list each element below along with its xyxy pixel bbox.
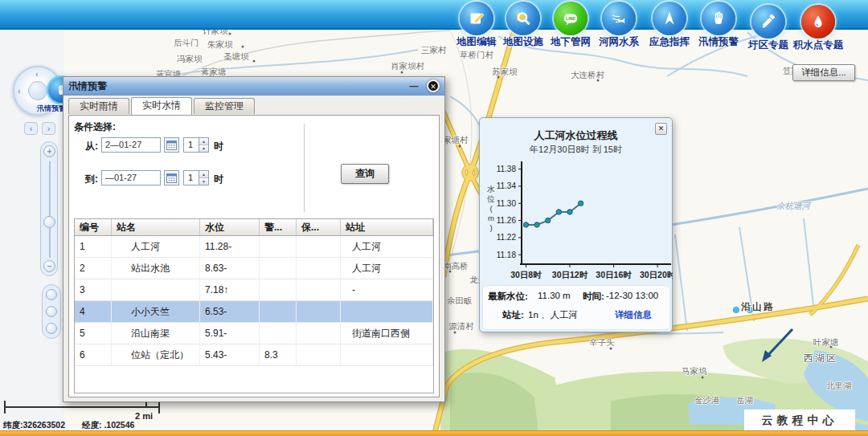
toolbar-item-polder-topic[interactable]: 圩区专题 bbox=[743, 5, 794, 52]
pan-center-knob[interactable] bbox=[28, 81, 47, 100]
svg-text:): ) bbox=[489, 223, 492, 232]
map-label: 马家坞 bbox=[682, 366, 707, 377]
toolbar-item-river-network[interactable]: 河网水系 bbox=[593, 2, 645, 49]
zoom-track[interactable] bbox=[49, 161, 51, 258]
condition-select-label: 条件选择: bbox=[74, 120, 116, 134]
coordinate-statusbar: 纬度:326263502 经度: .102546 bbox=[3, 420, 149, 431]
svg-text:(: ( bbox=[489, 204, 493, 213]
map-label: 肖家坝村 bbox=[391, 61, 424, 72]
dialog-titlebar[interactable]: 汛情预警 — ✕ bbox=[63, 77, 444, 96]
hour-unit-label: 时 bbox=[214, 173, 223, 186]
pencil-icon bbox=[460, 2, 493, 35]
map-label: 朱家坝 bbox=[207, 39, 233, 51]
svg-text:11.22: 11.22 bbox=[497, 233, 517, 242]
svg-text:11.26: 11.26 bbox=[497, 216, 517, 225]
toolbar-item-water-accumulation-topic[interactable]: 积水点专题 bbox=[788, 5, 849, 52]
station-address-label: 站址: bbox=[502, 309, 524, 321]
to-calendar-button[interactable] bbox=[164, 170, 179, 185]
hand-alert-icon bbox=[702, 2, 735, 35]
tool-button-3[interactable] bbox=[46, 323, 57, 334]
stepper-down-icon[interactable]: ▼ bbox=[199, 145, 208, 152]
table-row[interactable]: 1人工河11.28-人工河 bbox=[75, 236, 433, 258]
map-detail-info-button[interactable]: 详细信息... bbox=[792, 64, 855, 81]
query-button[interactable]: 查询 bbox=[341, 164, 389, 184]
table-row[interactable]: 37.18↑- bbox=[75, 279, 433, 301]
svg-text:30日20时: 30日20时 bbox=[640, 270, 673, 279]
tab-realtime-rain[interactable]: 实时雨情 bbox=[68, 98, 129, 114]
close-icon[interactable]: ✕ bbox=[427, 79, 440, 92]
zoom-in-button[interactable]: + bbox=[43, 145, 55, 157]
svg-text:水: 水 bbox=[486, 185, 495, 194]
fish-water-icon bbox=[602, 2, 636, 35]
longitude-readout: 经度: .102546 bbox=[82, 420, 134, 430]
svg-text:位: 位 bbox=[486, 194, 495, 203]
stepper-down-icon[interactable]: ▼ bbox=[199, 177, 208, 185]
popup-close-icon[interactable]: ✕ bbox=[655, 123, 667, 135]
station-table: 编号 站名 水位 警... 保... 站址 1人工河11.28-人工河 2站出水… bbox=[74, 218, 434, 393]
map-label: 后斗门 bbox=[174, 38, 199, 49]
map-label: 北里湖 bbox=[826, 381, 852, 392]
map-label: 源清村 bbox=[448, 321, 474, 332]
svg-text:LINE: LINE bbox=[566, 16, 575, 21]
from-date-input[interactable]: 2—01-27 bbox=[101, 137, 161, 153]
toolbar-item-map-edit[interactable]: 地图编辑 bbox=[451, 2, 502, 49]
map-label: 苏家坝 bbox=[492, 67, 518, 78]
from-calendar-button[interactable] bbox=[164, 137, 179, 153]
water-level-line-chart: 11.1811.2211.2611.3011.3411.3830日8时30日12… bbox=[480, 157, 673, 285]
toolbar-item-emergency-command[interactable]: 应急指挥 bbox=[644, 2, 695, 49]
compass-icon bbox=[653, 2, 686, 35]
time-label: 时间: bbox=[583, 291, 604, 303]
water-drop-icon bbox=[801, 5, 835, 39]
svg-text:m: m bbox=[488, 214, 494, 222]
stepper-up-icon[interactable]: ▲ bbox=[199, 171, 208, 177]
chart-title: 人工河水位过程线 bbox=[480, 128, 672, 143]
svg-text:11.30: 11.30 bbox=[497, 199, 517, 208]
map-label-road: 沿山路 bbox=[741, 300, 775, 314]
time-value: -12-30 13:00 bbox=[606, 291, 658, 300]
latest-level-label: 最新水位: bbox=[488, 291, 528, 303]
from-label: 从: bbox=[85, 140, 98, 153]
table-row[interactable]: 2站出水池8.63-人工河 bbox=[75, 258, 433, 279]
tool-button-1[interactable] bbox=[46, 289, 57, 300]
from-hour-stepper[interactable]: 1 ▲▼ bbox=[183, 137, 209, 153]
watermark: 云教程中心 bbox=[744, 410, 855, 430]
map-label: 南高桥 bbox=[443, 261, 469, 272]
spray-tool-icon bbox=[751, 5, 785, 39]
map-label: 辛子头 bbox=[589, 337, 615, 348]
table-row-selected[interactable]: 4小小天竺6.53- bbox=[75, 301, 433, 323]
svg-text:30日16时: 30日16时 bbox=[596, 270, 632, 279]
detail-info-link[interactable]: 详细信息 bbox=[615, 309, 652, 321]
pan-up-icon[interactable]: ‹ bbox=[35, 70, 39, 78]
map-label: 岳湖 bbox=[736, 395, 753, 406]
map-label: 余田畈 bbox=[447, 295, 473, 307]
toolbar-item-map-facility[interactable]: 地图设施 bbox=[497, 2, 549, 49]
zoom-slider[interactable]: + − bbox=[40, 141, 58, 276]
station-address-value: 1n 、人工河 bbox=[528, 309, 578, 321]
form-divider bbox=[304, 124, 305, 212]
pan-left-icon[interactable]: ‹ bbox=[18, 87, 21, 95]
tab-monitor-management[interactable]: 监控管理 bbox=[194, 98, 255, 114]
minimize-icon[interactable]: — bbox=[406, 81, 422, 91]
gis-water-monitoring-app: 计家坝 后斗门 朱家坝 冯家坝 圣塘坝 三家村 肖家坝村 蒋家塘 蓝官塘 草桥门… bbox=[0, 0, 868, 436]
zoom-knob[interactable] bbox=[43, 216, 55, 228]
map-label: 金沙港 bbox=[694, 395, 720, 406]
toolbar-item-flood-warning[interactable]: 汛情预警 bbox=[693, 2, 744, 49]
step-left-button[interactable]: ‹ bbox=[24, 122, 38, 135]
to-hour-stepper[interactable]: 1 ▲▼ bbox=[183, 170, 209, 185]
step-right-button[interactable]: › bbox=[42, 122, 55, 135]
map-label: 叶家塘 bbox=[813, 337, 839, 348]
table-row[interactable]: 5沿山南渠5.91-街道南口西侧 bbox=[75, 323, 433, 344]
hour-unit-label: 时 bbox=[214, 140, 223, 153]
floating-icon-label: 汛情预警 bbox=[37, 104, 66, 114]
svg-text:11.38: 11.38 bbox=[497, 165, 517, 173]
tab-realtime-water[interactable]: 实时水情 bbox=[131, 97, 192, 115]
to-label: 到: bbox=[85, 173, 98, 186]
stepper-up-icon[interactable]: ▲ bbox=[199, 138, 208, 145]
table-row[interactable]: 6位站（定北）5.43-8.3 bbox=[75, 344, 433, 366]
toolbar-item-underground-pipes[interactable]: LINE 地下管网 bbox=[545, 2, 596, 49]
to-date-input[interactable]: —01-27 bbox=[101, 170, 161, 185]
map-tool-stack[interactable] bbox=[42, 284, 61, 339]
zoom-out-button[interactable]: − bbox=[43, 260, 55, 272]
tool-button-2[interactable] bbox=[46, 306, 57, 317]
map-label-river: 余杭塘河 bbox=[776, 201, 810, 212]
